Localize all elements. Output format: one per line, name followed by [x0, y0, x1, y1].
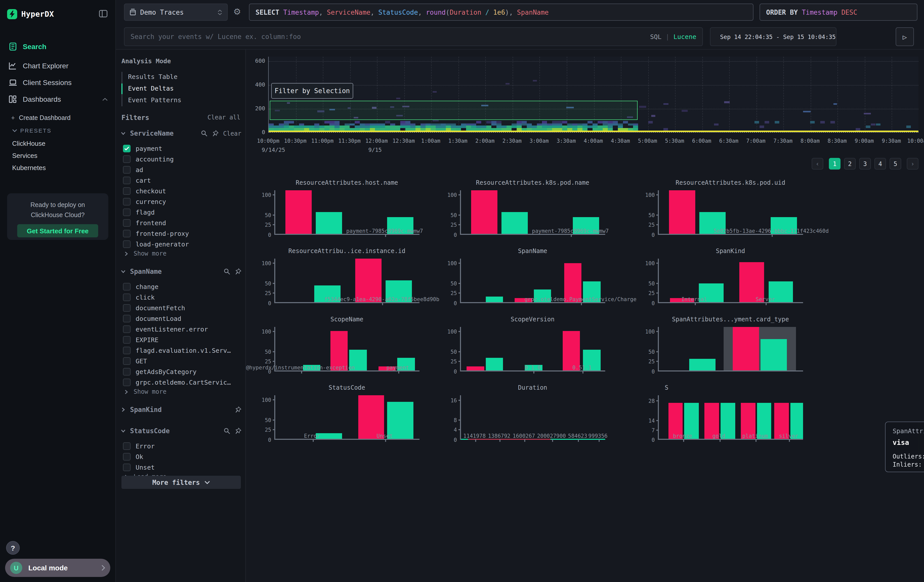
inliers-bar[interactable]: [316, 212, 342, 234]
search-input[interactable]: [130, 33, 650, 41]
outliers-bar[interactable]: [355, 259, 381, 302]
sidebar-collapse-icon[interactable]: [99, 9, 109, 19]
filter-option-cart[interactable]: cart: [123, 176, 242, 185]
pagination-prev-button[interactable]: ‹: [812, 158, 823, 170]
analysis-mode-option[interactable]: Event Deltas: [128, 84, 174, 95]
checkbox[interactable]: [123, 442, 130, 450]
filter-group-header-statuscode[interactable]: StatusCode: [120, 427, 241, 435]
filter-option-ok[interactable]: Ok: [123, 452, 242, 461]
checkbox[interactable]: [123, 208, 130, 216]
source-select[interactable]: Demo Traces: [124, 3, 228, 21]
show-more-button[interactable]: Show more: [123, 388, 167, 395]
sidebar-item-dashboards[interactable]: Dashboards: [0, 92, 116, 106]
checkbox[interactable]: [123, 346, 130, 354]
checkbox[interactable]: [123, 325, 130, 333]
sidebar-item-search[interactable]: Search: [0, 40, 116, 54]
more-filters-button[interactable]: More filters: [121, 476, 241, 489]
filter-option-ad[interactable]: ad: [123, 165, 242, 174]
pagination-page-3[interactable]: 3: [859, 158, 871, 170]
sql-select-input[interactable]: SELECT Timestamp, ServiceName, StatusCod…: [249, 3, 754, 21]
mini-chart-8[interactable]: SpanAttributes...yment.card_type10050250: [643, 316, 805, 382]
filter-option-checkout[interactable]: checkout: [123, 186, 242, 195]
checkbox[interactable]: [123, 283, 130, 290]
mini-chart-10[interactable]: Duration16840114197813867921600267200027…: [445, 384, 607, 450]
filter-option-payment[interactable]: payment: [123, 144, 242, 153]
gear-icon[interactable]: ⚙: [233, 7, 241, 17]
pagination-page-4[interactable]: 4: [874, 158, 886, 170]
checkbox[interactable]: [123, 219, 130, 226]
checkbox[interactable]: [123, 240, 130, 248]
filter-option-change[interactable]: change: [123, 282, 242, 291]
mini-chart-4[interactable]: SpanName10050250grpc.oteldemo.PaymentSer…: [445, 247, 607, 313]
checkbox[interactable]: [123, 166, 130, 173]
outliers-bar[interactable]: [733, 327, 759, 371]
inliers-bar[interactable]: [486, 297, 503, 302]
sidebar-item-kubernetes[interactable]: Kubernetes: [0, 164, 116, 171]
filter-option-flagd[interactable]: flagd: [123, 208, 242, 217]
mini-chart-9[interactable]: StatusCode10050250ErrorUnset: [259, 384, 421, 450]
pin-icon[interactable]: [235, 406, 241, 413]
checkbox[interactable]: [123, 155, 130, 163]
mini-chart-1[interactable]: ResourceAttributes.k8s.pod.name10050250p…: [445, 179, 607, 245]
presets-toggle[interactable]: PRESETS: [0, 127, 116, 134]
filter-option-eventlistener-error[interactable]: eventListener.error: [123, 325, 242, 333]
filter-option-error[interactable]: Error: [123, 441, 242, 450]
date-range-picker[interactable]: Sep 14 22:04:35 - Sep 15 10:04:35: [710, 27, 837, 46]
create-dashboard-button[interactable]: +Create Dashboard: [0, 114, 116, 122]
pin-icon[interactable]: [235, 428, 241, 434]
analysis-mode-option[interactable]: Results Table: [128, 73, 178, 83]
filter-option-get[interactable]: GET: [123, 356, 242, 365]
mini-chart-2[interactable]: ResourceAttributes.k8s.pod.uid100502505e…: [643, 179, 805, 245]
filter-option-accounting[interactable]: accounting: [123, 154, 242, 163]
pagination-page-1[interactable]: 1: [829, 158, 840, 170]
filter-option-getadsbycategory[interactable]: getAdsByCategory: [123, 367, 242, 376]
outliers-bar[interactable]: [285, 190, 312, 234]
get-started-button[interactable]: Get Started for Free: [17, 224, 98, 237]
events-heatmap[interactable]: [268, 57, 918, 133]
pagination-page-2[interactable]: 2: [844, 158, 856, 170]
sidebar-item-client-sessions[interactable]: Client Sessions: [0, 76, 116, 89]
mini-chart-5[interactable]: SpanKind10050250InternalServer: [643, 247, 805, 313]
filter-group-header-spanname[interactable]: SpanName: [120, 268, 241, 275]
sidebar-item-clickhouse[interactable]: ClickHouse: [0, 140, 116, 147]
search-icon[interactable]: [201, 130, 208, 137]
mini-chart-0[interactable]: ResourceAttributes.host.name10050250paym…: [259, 179, 421, 245]
search-icon[interactable]: [224, 268, 230, 275]
filter-option-currency[interactable]: currency: [123, 197, 242, 206]
filter-option-documentfetch[interactable]: documentFetch: [123, 303, 242, 312]
run-query-button[interactable]: ▷: [896, 27, 914, 46]
inliers-bar[interactable]: [486, 358, 503, 371]
checkbox[interactable]: [123, 315, 130, 322]
analysis-mode-option[interactable]: Event Patterns: [128, 96, 182, 106]
sidebar-item-chart-explorer[interactable]: Chart Explorer: [0, 59, 116, 73]
filter-option-unset[interactable]: Unset: [123, 463, 242, 472]
inliers-bar[interactable]: [761, 339, 787, 371]
filter-option-flagd-evaluation-v1-serv-[interactable]: flagd.evaluation.v1.Serv…: [123, 346, 242, 355]
checkbox[interactable]: [123, 229, 130, 237]
checkbox[interactable]: [123, 368, 130, 375]
filter-option-expire[interactable]: EXPIRE: [123, 335, 242, 344]
order-by-input[interactable]: ORDER BY Timestamp DESC: [759, 3, 917, 21]
checkbox[interactable]: [123, 453, 130, 460]
checkbox[interactable]: [123, 304, 130, 312]
outliers-bar[interactable]: [467, 366, 484, 371]
pagination-next-button[interactable]: ›: [907, 158, 918, 170]
mini-chart-6[interactable]: ScopeName10050250@hyperdx/instrumentatio…: [259, 316, 421, 382]
inliers-bar[interactable]: [690, 359, 716, 371]
filter-option-frontend[interactable]: frontend: [123, 218, 242, 227]
checkbox[interactable]: [123, 176, 130, 184]
local-mode-button[interactable]: U Local mode: [5, 559, 110, 577]
filter-option-documentload[interactable]: documentLoad: [123, 314, 242, 323]
checkbox[interactable]: [123, 336, 130, 343]
filter-group-header-servicename[interactable]: ServiceNameClear: [120, 130, 241, 137]
checkbox[interactable]: [123, 378, 130, 386]
mini-chart-11[interactable]: S281470bronzegoldplatinumsilver: [643, 384, 805, 450]
lang-sql-button[interactable]: SQL: [650, 33, 662, 41]
outliers-bar[interactable]: [471, 190, 497, 234]
filter-option-grpc-oteldemo-cartservic-[interactable]: grpc.oteldemo.CartServic…: [123, 378, 242, 387]
checkbox[interactable]: [123, 463, 130, 471]
lang-lucene-button[interactable]: Lucene: [673, 33, 696, 41]
pin-icon[interactable]: [212, 130, 219, 137]
filter-group-header-spankind[interactable]: SpanKind: [120, 406, 241, 414]
checkbox[interactable]: [123, 357, 130, 364]
